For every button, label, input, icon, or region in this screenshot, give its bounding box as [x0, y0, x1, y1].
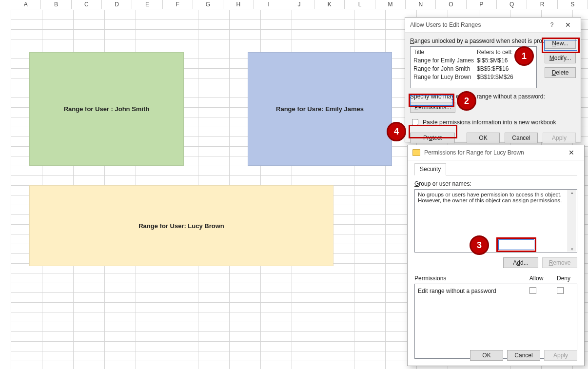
range-block-john-smith: Range for User : John Smith: [29, 52, 184, 166]
ok-button[interactable]: OK: [470, 350, 503, 361]
folder-icon: [412, 149, 420, 156]
callout-1: 1: [514, 46, 534, 66]
close-button[interactable]: ✕: [563, 149, 580, 156]
column-header[interactable]: K: [314, 0, 345, 9]
range-ref: $B$19:$M$26: [477, 73, 513, 81]
group-names-listbox[interactable]: No groups or users have permission to ac…: [414, 189, 577, 252]
close-button[interactable]: ✕: [559, 21, 577, 29]
range-ref: $I$5:$M$16: [477, 57, 508, 65]
group-label: Group or user names:: [414, 180, 577, 187]
apply-button[interactable]: Apply: [544, 350, 577, 361]
permissions-table: Edit range without a password: [414, 284, 577, 359]
column-header[interactable]: M: [375, 0, 406, 9]
column-header[interactable]: S: [558, 0, 588, 9]
row-header-column: [0, 10, 11, 369]
allow-users-to-edit-ranges-dialog: Allow Users to Edit Ranges ? ✕ Ranges un…: [405, 17, 581, 142]
apply-button[interactable]: Apply: [543, 133, 576, 143]
callout-2: 2: [457, 91, 476, 111]
help-button[interactable]: ?: [545, 21, 559, 28]
range-label: Range for Usre: Emily James: [276, 105, 364, 113]
new-button[interactable]: New...: [545, 38, 576, 49]
range-label: Range for User: Lucy Brown: [138, 222, 224, 230]
range-ref: $B$5:$F$16: [477, 65, 509, 73]
permission-entry-label: Edit range without a password: [418, 288, 519, 294]
cancel-button[interactable]: Cancel: [505, 133, 538, 143]
specify-caption: Specify who may edit the range without a…: [410, 93, 576, 100]
column-header[interactable]: R: [527, 0, 557, 9]
range-list-row[interactable]: Range for Lucy Brown$B$19:$M$26: [413, 73, 533, 81]
column-headers: ABCDEFGHIJKLMNOPQRS: [11, 0, 588, 9]
deny-checkbox[interactable]: [557, 287, 564, 294]
column-header[interactable]: G: [193, 0, 223, 9]
tab-strip: Security: [414, 163, 577, 175]
paste-permissions-checkbox[interactable]: [412, 119, 418, 125]
range-title: Range for Lucy Brown: [413, 73, 477, 81]
range-list-row[interactable]: Range for John Smith$B$5:$F$16: [413, 65, 533, 73]
permissions-caption: Permissions: [414, 275, 523, 282]
column-header[interactable]: F: [163, 0, 193, 9]
callout-3: 3: [470, 235, 489, 255]
column-header[interactable]: N: [406, 0, 436, 9]
paste-permissions-label: Paste permissions information into a new…: [423, 119, 556, 126]
column-header[interactable]: J: [284, 0, 314, 9]
permissions-button[interactable]: Permissions...: [410, 102, 455, 113]
permissions-dialog: Permissions for Range for Lucy Brown ✕ S…: [407, 145, 585, 366]
allow-checkbox[interactable]: [529, 287, 536, 294]
permission-row: Edit range without a password: [418, 286, 574, 296]
column-header[interactable]: Q: [497, 0, 527, 9]
remove-button[interactable]: Remove: [542, 257, 577, 268]
deny-column-header: Deny: [550, 275, 577, 282]
column-header[interactable]: B: [41, 0, 71, 9]
column-header[interactable]: D: [102, 0, 132, 9]
modify-button[interactable]: Modify...: [545, 53, 576, 63]
column-header[interactable]: L: [345, 0, 375, 9]
delete-button[interactable]: Delete: [545, 67, 576, 78]
protect-sheet-button[interactable]: Protect Sheet...: [410, 133, 455, 143]
range-title: Range for Emily James: [413, 57, 477, 65]
add-button[interactable]: Add...: [503, 257, 538, 268]
range-title: Range for John Smith: [413, 65, 477, 73]
cancel-button[interactable]: Cancel: [507, 350, 540, 361]
tab-security[interactable]: Security: [414, 163, 446, 175]
column-header[interactable]: A: [11, 0, 41, 9]
column-header[interactable]: E: [132, 0, 162, 9]
range-block-emily-james: Range for Usre: Emily James: [248, 52, 392, 166]
allow-column-header: Allow: [523, 275, 550, 282]
column-header[interactable]: H: [223, 0, 254, 9]
names-text: No groups or users have permission to ac…: [418, 192, 562, 203]
column-header[interactable]: C: [72, 0, 102, 9]
dialog-title: Allow Users to Edit Ranges: [410, 21, 545, 28]
col-title: Title: [413, 49, 477, 56]
column-header[interactable]: O: [436, 0, 466, 9]
col-refers: Refers to cell:: [477, 49, 512, 56]
range-block-lucy-brown: Range for User: Lucy Brown: [29, 185, 333, 266]
ok-button[interactable]: OK: [467, 133, 500, 143]
column-header[interactable]: P: [467, 0, 497, 9]
scrollbar[interactable]: [568, 190, 576, 252]
dialog-title: Permissions for Range for Lucy Brown: [424, 149, 563, 156]
callout-4: 4: [387, 122, 406, 141]
column-header[interactable]: I: [254, 0, 284, 9]
range-label: Range for User : John Smith: [64, 105, 150, 113]
